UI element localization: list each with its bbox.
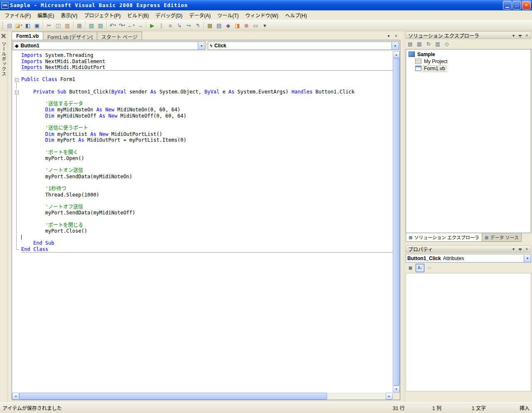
code-line: Imports System.Threading: [12, 52, 393, 59]
error-list-icon[interactable]: ⊗: [242, 21, 251, 30]
comment-lines-icon[interactable]: ▧: [87, 21, 96, 30]
horizontal-scrollbar[interactable]: [12, 393, 393, 400]
solution-explorer-icon[interactable]: ▩: [205, 21, 214, 30]
menu-item-file[interactable]: ファイル(F): [1, 10, 34, 20]
active-files-button[interactable]: ▾: [385, 33, 392, 39]
step-out-icon[interactable]: ↰: [193, 21, 202, 30]
minimize-button[interactable]: ▁: [503, 1, 512, 10]
start-debugging-icon[interactable]: ▶: [148, 21, 157, 30]
pin-icon: [519, 248, 522, 250]
solution-explorer-titlebar[interactable]: ソリューション エクスプローラ ▾×: [406, 32, 531, 39]
code-area[interactable]: Imports System.ThreadingImports NextMidi…: [12, 51, 393, 393]
vertical-scrollbar-track[interactable]: [393, 58, 400, 386]
properties-object-dropdown[interactable]: Button1_Click Attributes: [406, 254, 531, 263]
horizontal-scrollbar-thumb[interactable]: [19, 393, 327, 400]
dropdown-arrow-icon[interactable]: [524, 255, 531, 262]
outline-margin: [12, 179, 21, 186]
stop-debugging-icon[interactable]: ■: [166, 21, 175, 30]
properties-window-icon[interactable]: ▤: [214, 21, 224, 30]
toolbox-icon: [1, 33, 6, 39]
outline-collapse-box[interactable]: -: [12, 89, 21, 95]
tab-form1vb-code[interactable]: Form1.vb: [12, 32, 43, 40]
menu-item-window[interactable]: ウィンドウ(W): [242, 10, 281, 20]
properties-icon[interactable]: ▤: [406, 40, 414, 48]
tree-item-my-project[interactable]: My Project: [407, 58, 530, 65]
solution-explorer-panel: ソリューション エクスプローラ ▾× ▤▧↻▥◇ SampleMy Projec…: [406, 32, 531, 242]
panel-tab-solution-explorer[interactable]: ▩ソリューション エクスプローラ: [406, 233, 482, 242]
copy-icon[interactable]: ◫: [54, 21, 63, 30]
menu-item-edit[interactable]: 編集(E): [34, 10, 57, 20]
vertical-scrollbar[interactable]: [393, 51, 400, 393]
tree-item-sample[interactable]: Sample: [407, 51, 530, 58]
close-document-button[interactable]: ×: [393, 33, 399, 39]
view-code-icon[interactable]: ▥: [433, 40, 442, 48]
toolbar-options-icon[interactable]: ▾: [260, 21, 269, 30]
close-button[interactable]: ×: [522, 1, 531, 10]
panel-tab-data-sources[interactable]: ▦データ ソース: [482, 233, 522, 242]
toolbar-grip[interactable]: [2, 22, 3, 29]
paste-icon[interactable]: ▥: [63, 21, 72, 30]
undo-icon[interactable]: ↶▾: [108, 21, 117, 30]
show-all-files-icon[interactable]: ▧: [415, 40, 424, 48]
object-browser-icon[interactable]: ◆: [224, 21, 233, 30]
object-dropdown[interactable]: ◈ Button1: [13, 42, 205, 50]
menu-item-help[interactable]: ヘルプ(H): [282, 10, 310, 20]
window-position-button[interactable]: ▾: [510, 32, 517, 38]
event-dropdown-value: Click: [214, 43, 227, 49]
auto-hide-pin-button[interactable]: [517, 246, 523, 252]
vertical-scrollbar-thumb[interactable]: [393, 58, 400, 386]
tab-start-page[interactable]: スタート ページ: [97, 32, 142, 40]
dropdown-arrow-icon[interactable]: [198, 42, 205, 49]
menu-item-project[interactable]: プロジェクト(P): [81, 10, 124, 20]
new-project-icon[interactable]: ▤: [5, 21, 14, 30]
menu-item-data[interactable]: データ(A): [186, 10, 214, 20]
toolbox-strip[interactable]: ツールボックス: [0, 31, 7, 402]
view-class-diagram-icon[interactable]: ◇: [443, 40, 451, 48]
menu-item-build[interactable]: ビルド(B): [124, 10, 152, 20]
property-pages-icon[interactable]: ▭: [425, 264, 434, 272]
code-line: [12, 71, 393, 77]
dropdown-arrow-icon[interactable]: [392, 42, 399, 49]
redo-icon[interactable]: ↷▾: [117, 21, 126, 30]
print-icon[interactable]: ▦: [75, 21, 84, 30]
open-file-icon[interactable]: ◪▾: [14, 21, 23, 30]
immediate-window-icon[interactable]: ▭: [251, 21, 260, 30]
close-button[interactable]: ×: [524, 246, 530, 252]
alphabetical-icon[interactable]: A↓: [416, 264, 424, 272]
scroll-down-button[interactable]: [393, 386, 400, 393]
break-all-icon[interactable]: ∥: [157, 21, 166, 30]
step-over-icon[interactable]: ↪: [184, 21, 193, 30]
save-icon[interactable]: ◧: [23, 21, 32, 30]
uncomment-lines-icon[interactable]: ▨: [96, 21, 105, 30]
window-position-button[interactable]: ▾: [510, 246, 517, 252]
menu-item-view[interactable]: 表示(V): [57, 10, 81, 20]
scroll-right-button[interactable]: [386, 393, 393, 400]
menu-item-tools[interactable]: ツール(T): [214, 10, 242, 20]
auto-hide-pin-button[interactable]: [517, 32, 523, 38]
title-bar[interactable]: VB Sample - Microsoft Visual Basic 2008 …: [0, 0, 532, 10]
outline-collapse-box[interactable]: -: [12, 76, 21, 83]
dropdown-caret-icon: ▾: [123, 24, 125, 27]
navigate-back-icon[interactable]: ←▾: [126, 21, 135, 30]
save-all-icon[interactable]: ▣: [32, 21, 42, 30]
maximize-button[interactable]: □: [512, 1, 521, 10]
toolbox-icon[interactable]: ◨: [233, 21, 242, 30]
navigate-forward-icon[interactable]: →: [135, 21, 145, 30]
menu-item-debug[interactable]: デバッグ(D): [152, 10, 186, 20]
scroll-left-button[interactable]: [12, 393, 19, 400]
horizontal-scrollbar-track[interactable]: [19, 393, 386, 400]
categorized-icon[interactable]: ▦: [406, 264, 415, 272]
event-dropdown[interactable]: ϟ Click: [208, 42, 399, 50]
outline-margin: [12, 192, 21, 198]
properties-grid[interactable]: [406, 273, 531, 391]
close-button[interactable]: ×: [524, 32, 530, 38]
tab-form1vb-design[interactable]: Form1.vb [デザイン]: [43, 32, 97, 40]
step-into-icon[interactable]: ↳: [175, 21, 184, 30]
tree-item-form1vb[interactable]: Form1.vb: [407, 65, 530, 72]
data-sources-tab-icon: ▦: [485, 235, 488, 240]
cut-icon[interactable]: ✂: [44, 21, 54, 30]
properties-titlebar[interactable]: プロパティ ▾×: [406, 245, 531, 253]
outline-margin: [12, 131, 21, 138]
scroll-up-button[interactable]: [393, 51, 400, 58]
refresh-icon[interactable]: ↻: [424, 40, 433, 48]
